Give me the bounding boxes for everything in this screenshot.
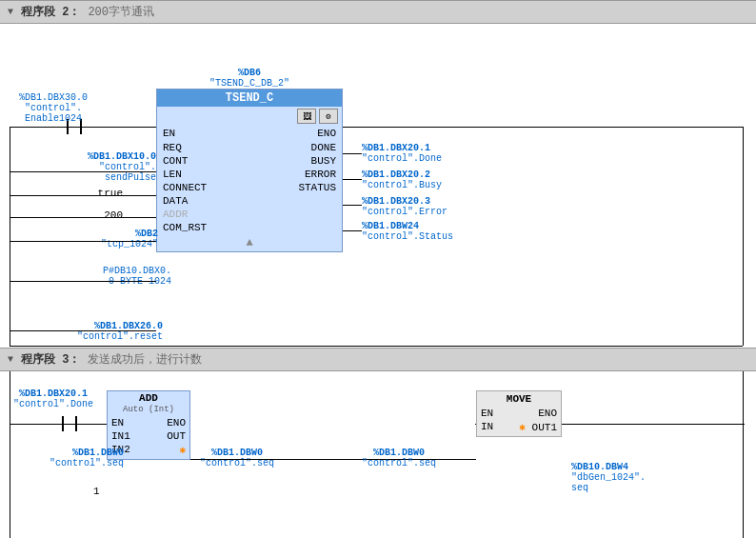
fb-name: TSEND_C [157,90,342,107]
var-data: P#DB10.DBX0. 0 BYTE 1024 [103,266,171,287]
s2-val-1: 1 [93,486,100,497]
section2-title: 程序段 3： [21,351,80,368]
done-out-line [343,153,362,154]
pin-en: EN [157,128,175,139]
var-connect: %DB2 "tcp_1024" [101,229,158,249]
db-name: "TSEND_C_DB_2" [156,78,343,89]
add-out: OUT [167,430,186,442]
busy-out-line [343,179,362,180]
pin-connect: CONNECT [157,182,207,193]
section2-diagram: %DB1.DBX20.1 "control".Done ADD Auto (In… [0,371,756,538]
scroll-indicator: ▲ [157,236,342,251]
add-en: EN [111,417,124,428]
s2-rail-right [743,371,744,538]
move-en-line [475,424,476,425]
section1-title: 程序段 2： [21,4,80,20]
len-line [10,217,156,218]
move-eno: ENO [538,408,557,419]
pin-busy: BUSY [311,155,342,167]
move-block: MOVE EN ENO IN ✱ OUT1 [476,390,562,437]
move-out1: ✱ OUT1 [519,421,557,433]
move-pin-en: EN ENO [477,407,561,420]
pins-row-connect-status: CONNECT STATUS [157,181,342,194]
pin-len: LEN [157,169,182,180]
section1-header: ▼ 程序段 2： 200字节通讯 [0,0,756,24]
move-out1-label: OUT1 [532,422,557,433]
move-asterisk: ✱ [519,422,526,433]
add-pin-in1: IN1 OUT [108,429,189,443]
s2-var-dbgen: %DB10.DBW4 "dbGen_1024". seq [571,462,646,493]
section2-body: %DB1.DBX20.1 "control".Done ADD Auto (In… [0,371,756,538]
var-error: %DB1.DBX20.3 "control".Error [362,196,448,217]
section1-body: %DB1.DBX30.0 "control". Enable1024 %DB6 … [0,24,756,348]
pin-addr: ADDR [157,209,188,220]
section2-header: ▼ 程序段 3： 发送成功后，进行计数 [0,348,756,371]
tsend-c-container: TSEND_C 🖼 ⚙ EN ENO REQ DONE CONT BUSY [156,89,343,252]
pin-com-rst: COM_RST [157,222,207,233]
cont-line [10,195,156,196]
var-status: %DB1.DBW24 "control".Status [362,221,453,242]
rail-line-bottom [10,346,743,347]
pins-row-data: DATA [157,194,342,208]
pin-eno: ENO [317,128,342,139]
icon-settings[interactable]: ⚙ [319,109,338,124]
var-busy: %DB1.DBX20.2 "control".Busy [362,169,442,190]
comrst-line [10,330,156,331]
move-block-inner: MOVE EN ENO IN ✱ OUT1 [476,390,562,437]
move-en: EN [481,408,493,419]
error-out-line [343,205,362,206]
pin-data: DATA [157,195,188,207]
pin-done: DONE [311,142,342,153]
rail-line-top-right [343,127,743,128]
pins-row-com-rst: COM_RST [157,221,342,236]
val-true: true [98,188,123,199]
section2-collapse-icon[interactable]: ▼ [8,354,13,365]
add-subname: Auto (Int) [108,405,189,416]
pins-row-en: EN ENO [157,126,342,141]
s2-right-line [562,424,745,425]
s2-var-seq-out1: %DB1.DBW0 "control".seq [200,448,274,468]
var-enable1024: %DB1.DBX30.0 "control". Enable1024 [19,92,88,124]
status-out-line [343,230,362,231]
pins-row-len-error: LEN ERROR [157,168,342,181]
contact-line-left [10,127,67,128]
s2-var-seq-in-move: %DB1.DBW0 "control".seq [362,448,436,468]
s2-top-line [10,424,107,425]
s2-rail-left [10,371,10,538]
contact-line-right [82,127,139,128]
section1-diagram: %DB1.DBX30.0 "control". Enable1024 %DB6 … [0,24,756,348]
add-name: ADD [108,391,189,405]
pins-row-cont-busy: CONT BUSY [157,154,342,168]
data-line [10,281,156,282]
en-line [139,127,156,128]
req-line [10,171,156,172]
pins-row-addr: ADDR [157,208,342,221]
add-eno: ENO [167,417,186,428]
var-comrst: %DB1.DBX26.0 "control".reset [77,321,163,342]
add-pin-en: EN ENO [108,416,189,429]
add-in1: IN1 [111,430,130,442]
pin-error: ERROR [305,169,342,180]
rail-line-vertical-right [743,127,744,346]
pin-status: STATUS [298,182,342,193]
tsend-c-block: %DB6 "TSEND_C_DB_2" TSEND_C 🖼 ⚙ EN ENO R… [156,68,343,252]
icon-image[interactable]: 🖼 [297,109,316,124]
var-sendpulse: %DB1.DBX10.0 "control". sendPulse [88,151,156,183]
pins-row-req-done: REQ DONE [157,141,342,154]
section1-subtitle: 200字节通讯 [88,4,154,20]
move-name: MOVE [477,391,561,407]
db-ref: %DB6 [156,68,343,78]
add-in2-asterisk: ✱ [179,444,186,456]
val-200: 200 [104,209,123,221]
rail-line-vertical-left [10,127,10,346]
connect-line [10,241,156,242]
pin-req: REQ [157,142,182,153]
pin-cont: CONT [157,155,188,167]
fb-icons-row: 🖼 ⚙ [157,107,342,126]
section1-collapse-icon[interactable]: ▼ [8,7,13,17]
s2-var-seq-in1: %DB1.DBW0 "control".seq [50,448,124,468]
s2-var-done: %DB1.DBX20.1 "control".Done [13,389,93,409]
move-in: IN [481,421,493,433]
section2-subtitle: 发送成功后，进行计数 [88,351,202,368]
var-done: %DB1.DBX20.1 "control".Done [362,143,442,164]
